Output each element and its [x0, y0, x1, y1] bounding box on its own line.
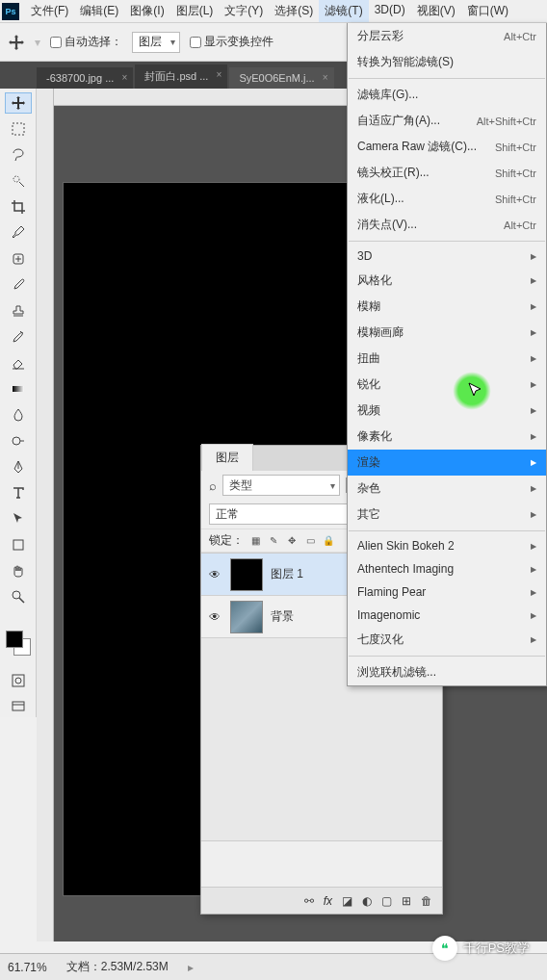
shape-tool[interactable]: [5, 534, 32, 555]
color-swatches[interactable]: [6, 631, 31, 656]
history-brush-tool[interactable]: [5, 326, 32, 348]
filter-menu-item[interactable]: 锐化▶: [348, 372, 546, 398]
filter-menu-item[interactable]: 消失点(V)...Alt+Ctr: [348, 212, 546, 238]
filter-menu-item[interactable]: 七度汉化▶: [348, 627, 546, 653]
layer-filter-kind[interactable]: 类型: [222, 475, 340, 496]
filter-menu-item[interactable]: Flaming Pear▶: [348, 580, 546, 604]
menu-4[interactable]: 文字(Y): [219, 0, 269, 22]
chevron-right-icon[interactable]: ▸: [188, 961, 194, 974]
svg-rect-5: [13, 540, 23, 550]
move-tool[interactable]: [5, 92, 32, 114]
filter-menu-item[interactable]: 浏览联机滤镜...: [348, 659, 546, 685]
svg-rect-7: [13, 675, 24, 686]
crop-tool[interactable]: [5, 196, 32, 218]
gradient-tool[interactable]: [5, 378, 32, 400]
filter-menu-item[interactable]: 模糊画廊▶: [348, 320, 546, 346]
auto-select-target[interactable]: 图层: [132, 32, 180, 53]
visibility-icon[interactable]: 👁: [207, 610, 222, 624]
blur-tool[interactable]: [5, 404, 32, 426]
menu-1[interactable]: 编辑(E): [74, 0, 124, 22]
filter-menu-item[interactable]: 分层云彩Alt+Ctr: [348, 23, 546, 49]
quick-mask-toggle[interactable]: [5, 670, 32, 691]
filter-menu-item[interactable]: 模糊▶: [348, 294, 546, 320]
doc-size: 文档：2.53M/2.53M: [66, 959, 169, 975]
filter-menu-item[interactable]: 镜头校正(R)...Shift+Ctr: [348, 160, 546, 186]
link-layers-icon[interactable]: ⚯: [304, 894, 314, 908]
filter-menu-item[interactable]: 液化(L)...Shift+Ctr: [348, 186, 546, 212]
group-icon[interactable]: ▢: [381, 894, 392, 908]
path-select-tool[interactable]: [5, 508, 32, 529]
menu-3[interactable]: 图层(L): [170, 0, 220, 22]
close-icon[interactable]: ×: [217, 69, 222, 80]
close-icon[interactable]: ×: [323, 72, 328, 83]
lock-position-icon[interactable]: ✥: [285, 534, 299, 548]
layer-thumbnail[interactable]: [230, 601, 263, 633]
auto-select-checkbox[interactable]: 自动选择：: [50, 34, 122, 50]
eyedropper-tool[interactable]: [5, 222, 32, 244]
menu-9[interactable]: 窗口(W): [461, 0, 514, 22]
toolbox: [0, 89, 37, 717]
menu-0[interactable]: 文件(F): [25, 0, 74, 22]
layer-thumbnail[interactable]: [230, 558, 263, 591]
lock-all-icon[interactable]: 🔒: [322, 534, 335, 548]
adjustment-layer-icon[interactable]: ◐: [362, 894, 372, 908]
layers-tab[interactable]: 图层: [201, 444, 253, 471]
filter-menu-item[interactable]: 自适应广角(A)...Alt+Shift+Ctr: [348, 108, 546, 134]
eraser-tool[interactable]: [5, 352, 32, 374]
document-tab[interactable]: 封面白.psd ...×: [135, 64, 227, 89]
zoom-level[interactable]: 61.71%: [8, 961, 47, 974]
marquee-tool[interactable]: [5, 118, 32, 140]
zoom-tool[interactable]: [5, 586, 32, 607]
quick-select-tool[interactable]: [5, 170, 32, 192]
menu-6[interactable]: 滤镜(T): [319, 0, 368, 22]
delete-layer-icon[interactable]: 🗑: [421, 894, 432, 908]
lasso-tool[interactable]: [5, 144, 32, 166]
filter-menu-item[interactable]: 滤镜库(G)...: [348, 82, 546, 108]
svg-rect-3: [13, 386, 24, 392]
ruler-vertical: [37, 89, 54, 941]
type-tool[interactable]: [5, 482, 32, 503]
screen-mode-toggle[interactable]: [5, 696, 32, 717]
filter-menu-item[interactable]: 渲染▶: [348, 450, 546, 476]
menu-8[interactable]: 视图(V): [411, 0, 461, 22]
dodge-tool[interactable]: [5, 430, 32, 451]
move-tool-icon: [8, 34, 25, 51]
show-transform-checkbox[interactable]: 显示变换控件: [190, 34, 274, 50]
brush-tool[interactable]: [5, 274, 32, 296]
menu-7[interactable]: 3D(D): [369, 0, 411, 22]
filter-menu-item[interactable]: 像素化▶: [348, 424, 546, 450]
hand-tool[interactable]: [5, 560, 32, 581]
menu-2[interactable]: 图像(I): [124, 0, 169, 22]
fx-icon[interactable]: fx: [324, 894, 332, 908]
menubar: Ps 文件(F)编辑(E)图像(I)图层(L)文字(Y)选择(S)滤镜(T)3D…: [0, 0, 547, 23]
filter-menu-item[interactable]: 风格化▶: [348, 268, 546, 294]
filter-menu-item[interactable]: 3D▶: [348, 245, 546, 268]
lock-pixels-icon[interactable]: ▦: [248, 534, 262, 548]
layer-mask-icon[interactable]: ◪: [342, 894, 352, 908]
document-tab[interactable]: SyE0O6EnM.j...×: [229, 67, 333, 89]
ps-logo: Ps: [2, 3, 19, 20]
filter-menu-item[interactable]: Athentech Imaging▶: [348, 557, 546, 580]
document-tab[interactable]: -638700.jpg ...×: [37, 67, 133, 89]
visibility-icon[interactable]: 👁: [207, 568, 222, 581]
lock-artboard-icon[interactable]: ▭: [303, 534, 317, 548]
filter-menu-item[interactable]: 杂色▶: [348, 476, 546, 502]
close-icon[interactable]: ×: [122, 72, 128, 83]
filter-menu-item[interactable]: 视频▶: [348, 398, 546, 424]
filter-menu-item[interactable]: Imagenomic▶: [348, 604, 546, 627]
healing-tool[interactable]: [5, 248, 32, 270]
menu-5[interactable]: 选择(S): [269, 0, 319, 22]
filter-menu-item[interactable]: 其它▶: [348, 502, 546, 528]
new-layer-icon[interactable]: ⊞: [402, 894, 411, 908]
watermark: ❝ 千行PS教学: [432, 936, 530, 961]
lock-paint-icon[interactable]: ✎: [267, 534, 280, 548]
filter-menu-item[interactable]: 扭曲▶: [348, 346, 546, 372]
filter-menu-item[interactable]: 转换为智能滤镜(S): [348, 49, 546, 75]
stamp-tool[interactable]: [5, 300, 32, 322]
svg-point-4: [13, 437, 20, 445]
filter-menu-item[interactable]: Camera Raw 滤镜(C)...Shift+Ctr: [348, 134, 546, 160]
wechat-icon: ❝: [432, 936, 457, 961]
pen-tool[interactable]: [5, 456, 32, 477]
layers-panel-footer: ⚯ fx ◪ ◐ ▢ ⊞ 🗑: [201, 887, 442, 914]
filter-menu-item[interactable]: Alien Skin Bokeh 2▶: [348, 534, 546, 557]
